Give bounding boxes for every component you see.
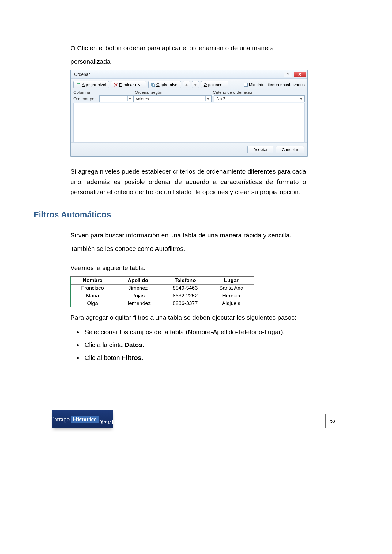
- svg-rect-4: [153, 84, 155, 87]
- add-level-button[interactable]: AAgregar nivelgregar nivel: [74, 81, 109, 88]
- dialog-footer: Aceptar Cancelar: [71, 142, 307, 156]
- help-button[interactable]: ?: [284, 72, 292, 77]
- steps-list: Seleccionar los campos de la tabla (Nomb…: [83, 326, 306, 364]
- move-up-button[interactable]: ▲: [183, 81, 190, 88]
- sorton-select[interactable]: Valores▾: [134, 95, 212, 102]
- svg-rect-2: [77, 86, 79, 86]
- headers-checkbox-wrap[interactable]: Mis datos tienen encabezados: [244, 82, 305, 87]
- close-button[interactable]: ✕: [294, 72, 306, 77]
- example-table: Nombre Apellido Telefono Lugar Francisco…: [70, 276, 254, 307]
- col-header-column: Columna: [74, 90, 135, 95]
- dialog-toolbar: AAgregar nivelgregar nivel Eliminar nive…: [71, 79, 307, 90]
- sort-level-row: Ordenar por ▾ Valores▾ A a Z▾: [71, 95, 307, 103]
- table-row: Francisco Jimenez 8549-5463 Santa Ana: [71, 284, 254, 292]
- paragraph-autofiltros: También se les conoce como Autofiltros.: [70, 243, 306, 254]
- heading-filtros: Filtros Automáticos: [34, 210, 340, 220]
- paragraph-table-intro: Veamos la siguiente tabla:: [70, 263, 306, 273]
- copy-level-button[interactable]: Copiar nivel: [148, 81, 181, 88]
- order-select[interactable]: A a Z▾: [214, 95, 305, 102]
- table-row: Maria Rojas 8532-2252 Heredia: [71, 292, 254, 300]
- page-number: 53: [325, 414, 340, 428]
- accept-button[interactable]: Aceptar: [247, 146, 273, 153]
- remove-level-button[interactable]: Eliminar nivel: [111, 81, 146, 88]
- row-label: Ordenar por: [74, 96, 98, 101]
- arrow-up-icon: ▲: [184, 82, 188, 87]
- list-item: Clic a la cinta Datos.: [83, 338, 306, 351]
- sort-grid-header: Columna Ordenar según Criterio de ordena…: [71, 90, 307, 95]
- cancel-button[interactable]: Cancelar: [276, 146, 304, 153]
- checkbox-icon: [244, 83, 248, 87]
- paragraph-filter-intro: Sirven para buscar información en una ta…: [70, 230, 306, 240]
- col-header-order: Criterio de ordenación: [213, 90, 305, 95]
- delete-icon: [114, 83, 118, 87]
- th-apellido: Apellido: [114, 277, 162, 285]
- page-footer: Cartago Histórico Digital 53: [52, 410, 340, 428]
- paragraph-levels: Si agrega niveles puede establecer crite…: [70, 166, 306, 197]
- svg-rect-0: [77, 83, 79, 84]
- th-lugar: Lugar: [209, 277, 254, 285]
- table-row: Olga Hernandez 8236-3377 Alajuela: [71, 300, 254, 307]
- table-header-row: Nombre Apellido Telefono Lugar: [71, 277, 254, 285]
- arrow-down-icon: ▼: [194, 82, 198, 87]
- move-down-button[interactable]: ▼: [192, 81, 199, 88]
- options-button[interactable]: Opciones...: [201, 81, 228, 88]
- col-header-sorton: Ordenar según: [135, 90, 213, 95]
- chevron-down-icon: ▾: [205, 96, 210, 101]
- dialog-title: Ordenar: [72, 72, 283, 77]
- dialog-titlebar: Ordenar ? ✕: [71, 70, 307, 79]
- intro-line1: O Clic en el botón ordenar para aplicar …: [70, 43, 306, 53]
- sort-grid-body: [74, 103, 305, 142]
- sort-dialog: Ordenar ? ✕ AAgregar nivelgregar nivel E…: [70, 70, 308, 157]
- list-item: Seleccionar los campos de la tabla (Nomb…: [83, 326, 306, 338]
- th-nombre: Nombre: [71, 277, 114, 285]
- copy-icon: [151, 83, 155, 87]
- paragraph-steps-intro: Para agregar o quitar filtros a una tabl…: [70, 312, 306, 323]
- column-select[interactable]: ▾: [99, 95, 134, 102]
- logo-cartago: Cartago Histórico Digital: [52, 410, 113, 428]
- add-level-icon: [76, 83, 81, 87]
- intro-line2: personalizada: [70, 56, 306, 67]
- chevron-down-icon: ▾: [127, 96, 132, 101]
- th-telefono: Telefono: [162, 277, 209, 285]
- chevron-down-icon: ▾: [299, 96, 303, 101]
- list-item: Clic al botón Filtros.: [83, 351, 306, 364]
- svg-rect-1: [77, 85, 79, 85]
